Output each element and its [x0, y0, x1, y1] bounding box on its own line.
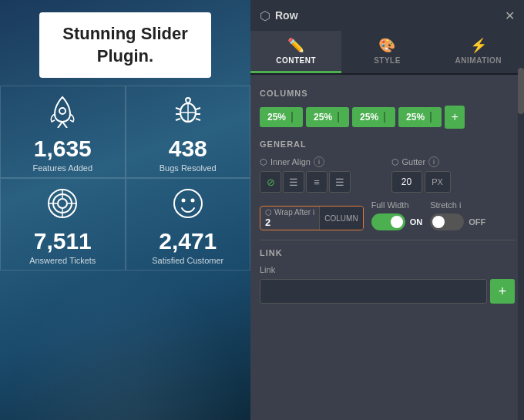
- stretch-field: Stretch i OFF: [430, 200, 485, 230]
- panel-title: Row: [275, 9, 298, 22]
- link-add-button[interactable]: +: [490, 279, 515, 304]
- gutter-unit: PX: [425, 171, 451, 193]
- inner-align-label: ⬡ Inner Align i: [260, 156, 384, 167]
- col-pct-1: 25%: [267, 112, 286, 123]
- full-width-knob: [391, 216, 403, 228]
- tab-style-label: STYLE: [374, 56, 401, 65]
- col-btn-1[interactable]: 25%: [260, 107, 303, 127]
- bugs-label: Bugs Resolved: [160, 163, 217, 173]
- columns-section-title: COLUMNS: [260, 89, 515, 98]
- link-sub-label: Link: [260, 265, 275, 274]
- svg-point-2: [59, 108, 66, 114]
- tab-content-label: CONTENT: [276, 56, 316, 65]
- smiley-icon: [171, 186, 205, 225]
- align-buttons: ⊘ ☰ ≡ ☰: [260, 171, 384, 193]
- features-number: 1,635: [34, 136, 92, 162]
- wrap-copy-icon: ⬡: [265, 208, 272, 217]
- col-btn-3[interactable]: 25%: [352, 107, 395, 127]
- full-width-toggle[interactable]: [371, 213, 405, 230]
- svg-line-0: [58, 122, 62, 128]
- stretch-toggle-wrapper: OFF: [430, 213, 485, 230]
- svg-line-1: [62, 122, 67, 128]
- columns-row: 25% 25% 25% 25% +: [260, 106, 515, 129]
- left-panel: Stunning Slider Plugin. 1,635 Features A…: [0, 0, 250, 420]
- gutter-field: ⬡ Gutter i PX: [391, 156, 516, 193]
- col-divider-2: [338, 112, 339, 123]
- stats-grid: 1,635 Features Added: [0, 86, 250, 270]
- wrap-after-value-row: 2: [265, 217, 314, 228]
- customers-number: 2,471: [159, 228, 217, 254]
- svg-point-21: [190, 199, 194, 203]
- inner-align-info-icon: i: [314, 156, 324, 167]
- pencil-icon: ✏️: [287, 37, 305, 54]
- bug-icon: [171, 94, 205, 133]
- layers-icon: ⬡: [260, 8, 270, 23]
- align-btn-slash[interactable]: ⊘: [260, 171, 281, 193]
- gutter-label: ⬡ Gutter i: [391, 156, 516, 167]
- col-add-button[interactable]: +: [445, 106, 465, 129]
- col-pct-3: 25%: [360, 112, 378, 123]
- wrap-after-unit: COLUMN: [319, 207, 362, 230]
- style-icon: 🎨: [378, 37, 396, 54]
- gutter-info-icon: i: [428, 156, 439, 167]
- full-width-field: Full Width ON: [371, 200, 423, 230]
- copy-icon: ⬡: [260, 157, 267, 167]
- col-btn-2[interactable]: 25%: [306, 107, 349, 127]
- gutter-text: Gutter: [402, 157, 426, 166]
- tab-content[interactable]: ✏️ CONTENT: [250, 31, 341, 73]
- link-section-title: LINK: [260, 248, 515, 257]
- general-section-title: GENERAL: [260, 139, 515, 149]
- inner-align-field: ⬡ Inner Align i ⊘ ☰ ≡ ☰: [260, 156, 384, 193]
- link-input[interactable]: [260, 279, 487, 304]
- svg-point-14: [58, 199, 67, 208]
- align-btn-center[interactable]: ≡: [306, 171, 328, 193]
- panel-body: COLUMNS 25% 25% 25% 25% + GENERAL: [250, 75, 524, 420]
- title-box: Stunning Slider Plugin.: [39, 12, 211, 78]
- header-left: ⬡ Row: [260, 8, 298, 23]
- animation-icon: ⚡: [470, 37, 488, 54]
- svg-line-5: [196, 108, 200, 109]
- stretch-toggle[interactable]: [430, 213, 464, 230]
- col-divider-4: [430, 112, 432, 123]
- stretch-label: Stretch i: [430, 200, 485, 210]
- scrollbar-thumb[interactable]: [518, 68, 524, 114]
- col-btn-4[interactable]: 25%: [398, 107, 442, 127]
- tab-animation-label: ANIMATION: [455, 56, 502, 65]
- tab-style[interactable]: 🎨 STYLE: [341, 31, 432, 73]
- wrap-after-label: ⬡ Wrap After i: [265, 208, 314, 217]
- panel-tabs: ✏️ CONTENT 🎨 STYLE ⚡ ANIMATION: [250, 31, 524, 75]
- full-width-state: ON: [410, 217, 423, 227]
- bugs-number: 438: [169, 136, 207, 162]
- col-divider-3: [384, 112, 385, 123]
- tab-animation[interactable]: ⚡ ANIMATION: [433, 31, 524, 73]
- wrap-after-label-box: ⬡ Wrap After i 2: [260, 207, 319, 230]
- target-icon: [45, 186, 79, 225]
- gutter-input-row: PX: [391, 171, 516, 193]
- stat-customers: 2,471 Satisfied Customer: [126, 178, 251, 270]
- svg-line-9: [196, 119, 200, 120]
- stretch-knob: [432, 216, 445, 228]
- stat-tickets: 7,511 Answered Tickets: [0, 178, 126, 270]
- link-field-label: Link: [260, 265, 515, 274]
- rocket-icon: [45, 94, 79, 133]
- svg-point-20: [181, 199, 185, 203]
- col-divider-1: [291, 112, 293, 123]
- wrap-after-number: 2: [265, 217, 276, 228]
- stretch-state: OFF: [469, 217, 485, 227]
- inner-align-text: Inner Align: [270, 157, 311, 166]
- wrap-after-field: ⬡ Wrap After i 2 COLUMN: [260, 206, 364, 230]
- divider-1: [260, 240, 515, 240]
- customers-label: Satisfied Customer: [152, 256, 223, 265]
- col-pct-4: 25%: [406, 112, 425, 123]
- align-btn-left[interactable]: ☰: [283, 171, 304, 193]
- full-width-text: Full Width: [371, 200, 409, 210]
- tickets-number: 7,511: [34, 228, 92, 254]
- panel-header: ⬡ Row ✕: [250, 0, 524, 31]
- align-btn-right[interactable]: ☰: [329, 171, 351, 193]
- close-icon[interactable]: ✕: [505, 8, 515, 23]
- plugin-title: Stunning Slider Plugin.: [62, 23, 188, 67]
- wrap-after-text: Wrap After: [274, 208, 311, 217]
- stat-features: 1,635 Features Added: [0, 86, 126, 178]
- features-label: Features Added: [32, 163, 92, 173]
- gutter-input[interactable]: [391, 171, 422, 193]
